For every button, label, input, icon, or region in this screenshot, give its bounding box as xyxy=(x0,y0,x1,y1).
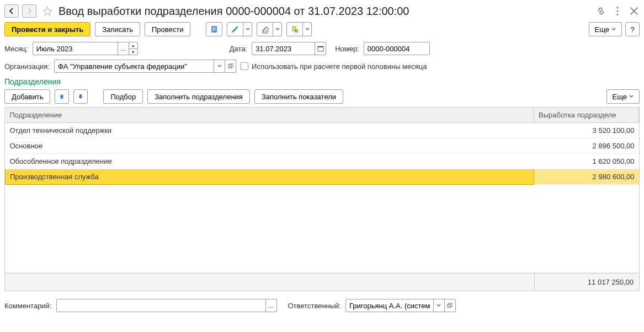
svg-rect-4 xyxy=(212,27,216,28)
post-and-close-button[interactable]: Провести и закрыть xyxy=(4,22,91,36)
more-button[interactable]: Еще xyxy=(589,22,622,36)
ellipsis-button[interactable]: ... xyxy=(118,42,129,55)
arrow-left-icon xyxy=(8,8,15,14)
pencil-green-icon xyxy=(231,25,239,34)
table-total: 11 017 250,00 xyxy=(534,274,639,291)
departments-section-title: Подразделения xyxy=(4,77,640,86)
departments-table[interactable]: Подразделение Выработка подразделе Отдел… xyxy=(4,107,640,291)
chevron-down-icon[interactable] xyxy=(303,22,312,36)
svg-rect-6 xyxy=(212,29,216,30)
fill-indicators-button[interactable]: Заполнить показатели xyxy=(254,89,343,104)
svg-rect-7 xyxy=(212,30,215,31)
spinner-down-button[interactable]: ▼ xyxy=(129,49,138,55)
calendar-icon xyxy=(317,45,324,52)
arrow-right-icon xyxy=(26,8,33,14)
paperclip-icon xyxy=(260,25,269,34)
organization-input[interactable] xyxy=(54,60,214,73)
create-based-on-button[interactable] xyxy=(227,22,243,36)
document-plus-icon xyxy=(290,25,299,34)
chain-link-icon xyxy=(595,6,606,17)
open-external-icon xyxy=(447,303,453,308)
chevron-down-icon xyxy=(217,64,222,68)
number-label: Номер: xyxy=(335,45,359,53)
responsible-label: Ответственный: xyxy=(288,302,341,310)
open-external-icon xyxy=(228,63,233,69)
print-button[interactable] xyxy=(286,22,303,36)
column-header-value[interactable]: Выработка подразделе xyxy=(534,108,639,123)
number-input[interactable] xyxy=(364,42,430,55)
chevron-down-icon xyxy=(611,27,616,31)
table-row[interactable]: Обособленное подразделение 1 620 050,00 xyxy=(6,154,639,169)
chevron-down-icon xyxy=(629,94,634,99)
create-based-on-dropdown[interactable] xyxy=(227,22,252,36)
table-more-button[interactable]: Еще xyxy=(606,89,640,104)
nav-back-button[interactable] xyxy=(4,4,19,18)
save-button[interactable]: Записать xyxy=(95,22,140,36)
chevron-down-icon[interactable] xyxy=(243,22,252,36)
table-row[interactable]: Отдел технической поддержки 3 520 100,00 xyxy=(6,123,639,138)
open-button[interactable] xyxy=(225,60,236,73)
date-label: Дата: xyxy=(230,45,247,53)
month-label: Месяц: xyxy=(4,45,28,53)
link-icon[interactable] xyxy=(595,6,606,17)
nav-forward-button[interactable] xyxy=(22,4,36,18)
favorite-star-icon[interactable] xyxy=(42,6,53,17)
date-input[interactable] xyxy=(252,42,315,55)
svg-point-1 xyxy=(616,10,618,12)
move-up-button[interactable] xyxy=(55,89,69,104)
arrow-up-blue-icon xyxy=(58,93,65,100)
ellipsis-button[interactable]: ... xyxy=(266,299,277,312)
month-input[interactable] xyxy=(33,42,118,55)
pick-button[interactable]: Подбор xyxy=(103,89,143,104)
attach-button[interactable] xyxy=(257,22,273,36)
checkbox-icon xyxy=(241,62,248,70)
comment-label: Комментарий: xyxy=(4,302,52,310)
dots-vertical-icon xyxy=(612,6,623,17)
page-title: Ввод выработки подразделения 0000-000004… xyxy=(58,5,592,18)
chevron-down-icon[interactable] xyxy=(273,22,282,36)
svg-point-0 xyxy=(616,7,618,8)
star-icon xyxy=(42,6,52,16)
post-button[interactable]: Провести xyxy=(145,22,191,36)
dropdown-button[interactable] xyxy=(214,60,225,73)
table-row[interactable]: Основное 2 896 500,00 xyxy=(6,138,639,154)
help-button[interactable]: ? xyxy=(625,22,640,36)
svg-rect-5 xyxy=(212,28,216,29)
document-lines-icon xyxy=(210,25,219,34)
add-button[interactable]: Добавить xyxy=(4,89,50,104)
attach-dropdown[interactable] xyxy=(257,22,282,36)
organization-label: Организация: xyxy=(4,62,50,71)
report-button[interactable] xyxy=(206,22,222,36)
print-dropdown[interactable] xyxy=(286,22,312,36)
table-row-selected[interactable]: Производственная служба 2 980 600,00 xyxy=(6,169,639,185)
chevron-down-icon xyxy=(437,303,441,308)
kebab-menu-icon[interactable] xyxy=(612,6,623,17)
column-header-department[interactable]: Подразделение xyxy=(6,108,534,123)
use-half-month-checkbox[interactable]: Использовать при расчете первой половины… xyxy=(241,62,427,71)
close-button[interactable] xyxy=(629,6,640,17)
open-button[interactable] xyxy=(445,299,456,312)
dropdown-button[interactable] xyxy=(434,299,445,312)
comment-input[interactable] xyxy=(56,299,266,312)
spinner-up-button[interactable]: ▲ xyxy=(129,42,138,49)
svg-point-2 xyxy=(616,14,618,15)
arrow-down-blue-icon xyxy=(77,93,84,100)
calendar-button[interactable] xyxy=(315,42,326,55)
fill-departments-button[interactable]: Заполнить подразделения xyxy=(147,89,250,104)
move-down-button[interactable] xyxy=(73,89,88,104)
close-icon xyxy=(629,6,640,17)
responsible-input[interactable] xyxy=(345,299,434,312)
svg-rect-11 xyxy=(318,46,323,47)
